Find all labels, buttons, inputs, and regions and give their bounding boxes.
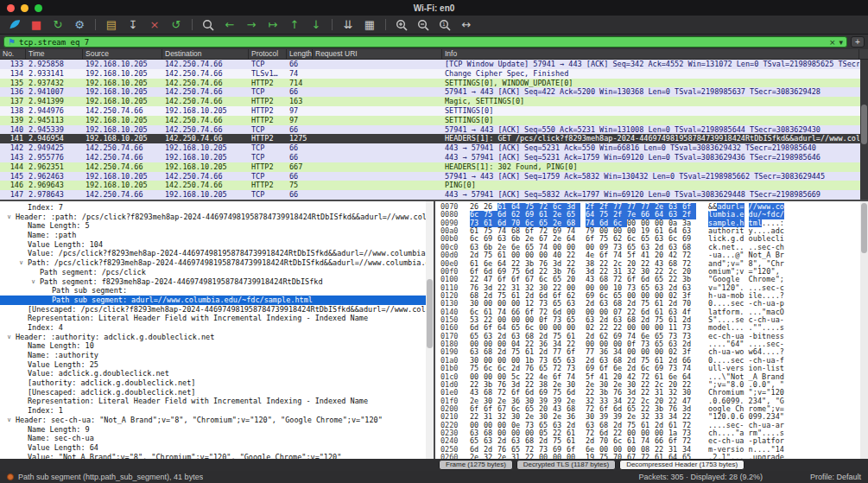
go-back-icon[interactable]: ← <box>222 17 238 33</box>
go-to-packet-icon[interactable]: ↦ <box>265 17 281 33</box>
profile-status[interactable]: Profile: Default <box>810 473 861 481</box>
hex-byte[interactable]: 67 <box>627 454 641 459</box>
expert-info-icon[interactable] <box>7 473 14 480</box>
hex-byte[interactable]: 61 <box>655 454 668 459</box>
packet-row[interactable]: 1402.945339192.168.10.205142.250.74.66TC… <box>0 125 868 135</box>
colorize-icon[interactable]: ▦ <box>362 17 377 33</box>
filter-bookmark-icon[interactable]: ⚑ <box>8 38 16 47</box>
column-header-len[interactable]: Length <box>287 49 313 59</box>
go-top-icon[interactable]: ↑ <box>287 17 302 33</box>
hex-byte[interactable]: 19 <box>586 454 599 459</box>
stop-capture-icon[interactable]: ■ <box>29 17 44 33</box>
detail-line[interactable]: Name: :authority <box>0 351 434 360</box>
filter-dropdown-icon[interactable]: ▾ <box>839 38 843 47</box>
zoom-100-icon[interactable]: 1 <box>437 17 453 33</box>
hex-byte[interactable]: 31 <box>511 454 525 459</box>
hex-byte[interactable]: 22 <box>525 454 539 459</box>
save-file-icon[interactable]: ↧ <box>125 17 141 33</box>
detail-line[interactable]: Index: 4 <box>0 323 434 333</box>
detail-scrollbar[interactable] <box>426 201 434 459</box>
column-header-no[interactable]: No. <box>0 49 26 59</box>
packet-row[interactable]: 1332.925858192.168.10.205142.250.74.66TC… <box>0 60 868 69</box>
byte-view-tab[interactable]: Frame (1275 bytes) <box>439 460 513 470</box>
start-capture-icon[interactable] <box>7 17 22 33</box>
hex-byte[interactable]: 32 <box>484 454 497 459</box>
hex-byte[interactable]: 2e <box>470 454 484 459</box>
packet-list-scrollbar[interactable] <box>860 60 868 200</box>
detail-line[interactable]: ∨Path segment: f8293meh8ap-2024-44697498… <box>0 277 434 287</box>
detail-line[interactable]: Path sub segment: <box>0 286 434 296</box>
ascii-char[interactable]: e <box>780 454 784 459</box>
column-header-src[interactable]: Source <box>83 49 162 59</box>
detail-line[interactable]: Name: :path <box>0 231 434 240</box>
packet-row[interactable]: 1392.945113192.168.10.205142.250.74.66HT… <box>0 116 868 125</box>
detail-line[interactable]: Name Length: 9 <box>0 425 434 435</box>
detail-line[interactable]: [authority: adclick.g.doubleclick.net] <box>0 378 434 388</box>
zoom-out-icon[interactable] <box>415 17 431 33</box>
detail-line[interactable]: Index: 1 <box>0 406 434 416</box>
hex-byte[interactable]: 70 <box>613 454 627 459</box>
byte-view-tab[interactable]: Decrypted TLS (1187 bytes) <box>516 460 616 470</box>
filter-clear-icon[interactable]: × <box>829 38 836 47</box>
filter-add-button[interactable]: + <box>851 36 865 48</box>
expander-icon[interactable]: ∨ <box>7 333 16 342</box>
expander-icon[interactable]: ∨ <box>19 258 28 268</box>
hex-byte[interactable]: 00 <box>539 454 553 459</box>
packet-row[interactable]: 1442.962351142.250.74.66192.168.10.205HT… <box>0 162 868 172</box>
restart-capture-icon[interactable]: ↻ <box>50 17 66 33</box>
zoom-in-icon[interactable] <box>394 17 409 33</box>
detail-line[interactable]: [Unescaped: adclick.g.doubleclick.net] <box>0 388 434 397</box>
find-packet-icon[interactable] <box>200 17 216 33</box>
packet-row[interactable]: 1342.933141192.168.10.205142.250.74.66TL… <box>0 69 868 79</box>
hex-row[interactable]: 02602e322e31220000001975706772616465.2.1… <box>440 454 868 459</box>
column-header-dst[interactable]: Destination <box>162 49 249 59</box>
packet-row[interactable]: 1372.941399192.168.10.205142.250.74.66HT… <box>0 97 868 106</box>
hex-byte[interactable]: 2e <box>497 454 511 459</box>
detail-line[interactable]: Path segment: /pcs/click <box>0 268 434 277</box>
detail-line[interactable]: ∨Header: :authority: adclick.g.doublecli… <box>0 333 434 342</box>
packet-row[interactable]: 1462.969643192.168.10.205142.250.74.66HT… <box>0 181 868 190</box>
go-bottom-icon[interactable]: ↓ <box>308 17 324 33</box>
detail-line[interactable]: ∨Header: :path: /pcs/click?f8293meh8ap-2… <box>0 213 434 222</box>
detail-line[interactable]: [Unescaped: /pcs/click?f8293meh8ap-2024-… <box>0 305 434 315</box>
packet-row[interactable]: 1362.941007192.168.10.205142.250.74.66TC… <box>0 87 868 97</box>
scrollbar-thumb[interactable] <box>861 203 867 253</box>
resize-columns-icon[interactable]: ↔ <box>459 17 474 33</box>
detail-line[interactable]: Name: sec-ch-ua <box>0 434 434 443</box>
packet-row[interactable]: 1452.962463192.168.10.205142.250.74.66TC… <box>0 172 868 181</box>
packet-row[interactable]: 1352.937432192.168.10.205142.250.74.66HT… <box>0 79 868 88</box>
capture-options-icon[interactable]: ⚙ <box>72 17 87 33</box>
detail-line[interactable]: Name Length: 10 <box>0 341 434 351</box>
hex-byte[interactable]: 72 <box>641 454 655 459</box>
detail-line[interactable]: Representation: Literal Header Field wit… <box>0 397 434 406</box>
expander-icon[interactable]: ∨ <box>31 277 40 287</box>
expander-icon[interactable]: ∨ <box>7 416 16 425</box>
detail-line[interactable]: Name Length: 5 <box>0 221 434 231</box>
hex-byte[interactable]: 65 <box>682 454 696 459</box>
detail-line[interactable]: Value: adclick.g.doubleclick.net <box>0 369 434 378</box>
detail-line[interactable]: Value Length: 104 <box>0 240 434 250</box>
detail-line[interactable]: Index: 7 <box>0 203 434 213</box>
detail-line[interactable]: Value: "Not_A Brand";v="8", "Chromium";v… <box>0 453 434 459</box>
hex-byte[interactable]: 75 <box>599 454 613 459</box>
packet-row[interactable]: 1412.946954192.168.10.205142.250.74.66HT… <box>0 134 868 143</box>
detail-line[interactable]: Value Length: 64 <box>0 443 434 453</box>
close-file-icon[interactable]: × <box>147 17 162 33</box>
reload-file-icon[interactable]: ↺ <box>168 17 184 33</box>
detail-line[interactable]: ∨Header: sec-ch-ua: "Not_A Brand";v="8",… <box>0 416 434 425</box>
display-filter-input[interactable]: ⚑ tcp.stream eq 7 × ▾ <box>3 36 847 48</box>
detail-line[interactable]: ∨Path: /pcs/click?f8293meh8ap-2024-44697… <box>0 258 434 268</box>
hex-byte[interactable]: 00 <box>553 454 567 459</box>
scrollbar-thumb[interactable] <box>427 279 433 348</box>
go-forward-icon[interactable]: → <box>244 17 259 33</box>
column-header-uri[interactable]: Request URI <box>313 49 442 59</box>
open-file-icon[interactable]: ▤ <box>104 17 119 33</box>
detail-line[interactable]: Value Length: 25 <box>0 360 434 370</box>
detail-line[interactable]: Value: /pcs/click?f8293meh8ap-2024-44697… <box>0 249 434 258</box>
packet-row[interactable]: 1422.949425142.250.74.66192.168.10.205TC… <box>0 143 868 153</box>
column-header-proto[interactable]: Protocol <box>249 49 287 59</box>
hex-byte[interactable]: 00 <box>567 454 580 459</box>
column-header-time[interactable]: Time <box>26 49 83 59</box>
hex-byte[interactable]: 64 <box>668 454 682 459</box>
auto-scroll-icon[interactable]: ⇊ <box>340 17 356 33</box>
